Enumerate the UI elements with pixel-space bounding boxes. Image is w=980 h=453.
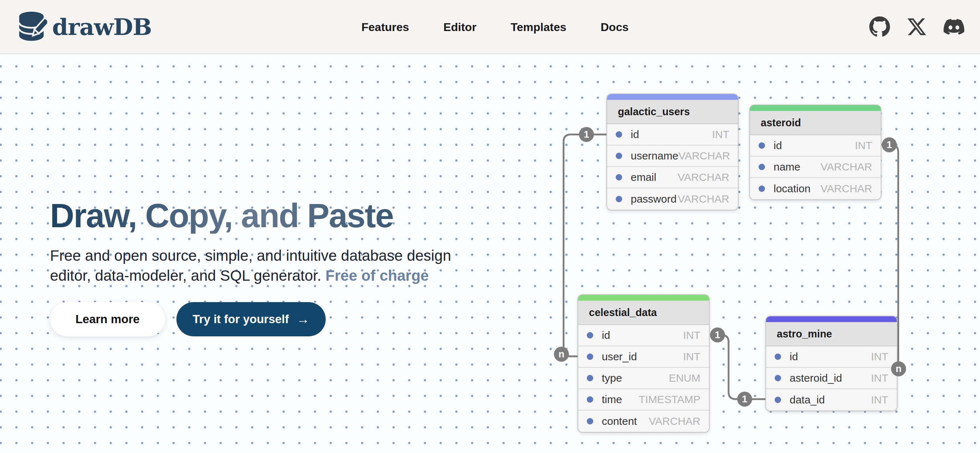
nav-link-templates[interactable]: Templates [511,21,566,34]
free-of-charge-text: Free of charge [325,267,429,284]
table-field-row: idINT [607,124,738,146]
db-table-asteroid[interactable]: asteroididINTnameVARCHARlocationVARCHAR [749,105,881,200]
field-dot-icon [775,353,781,360]
drawdb-database-pencil-icon [16,10,47,43]
table-name: celestial_data [578,301,709,325]
table-field-row: idINT [750,135,881,157]
field-dot-icon [616,131,622,138]
field-name: username [631,150,678,162]
field-name: id [790,351,798,363]
field-dot-icon [616,153,622,159]
table-accent-bar [750,105,881,111]
field-name: asteroid_id [790,372,842,384]
brand-logo[interactable]: drawDB [16,10,152,43]
table-field-row: typeENUM [578,368,709,389]
try-it-button[interactable]: Try it for yourself → [177,302,326,336]
hero-buttons: Learn more Try it for yourself → [50,302,493,336]
field-dot-icon [759,142,765,149]
social-links [869,16,964,37]
nav-links: FeaturesEditorTemplatesDocs [361,0,628,54]
table-accent-bar [607,94,738,100]
table-name: astro_mine [766,322,897,346]
field-dot-icon [775,375,781,381]
db-table-astro_mine[interactable]: astro_mineidINTasteroid_idINTdata_idINT [765,316,897,411]
table-field-row: asteroid_idINT [766,368,897,389]
field-type: VARCHAR [649,415,700,427]
table-field-row: contentVARCHAR [578,410,709,432]
field-type: VARCHAR [821,183,872,195]
field-type: VARCHAR [678,171,729,183]
field-dot-icon [587,418,593,424]
nav-link-features[interactable]: Features [361,21,409,34]
field-name: location [773,183,810,195]
field-name: data_id [790,394,825,406]
table-field-row: emailVARCHAR [607,167,738,188]
field-name: content [602,415,637,427]
field-type: INT [871,372,888,384]
table-field-row: nameVARCHAR [750,157,881,178]
field-dot-icon [775,397,781,403]
field-dot-icon [587,332,593,339]
field-type: INT [871,351,888,363]
field-dot-icon [759,164,765,170]
field-dot-icon [587,396,593,403]
nav-link-editor[interactable]: Editor [443,21,476,34]
field-type: ENUM [669,372,700,384]
table-accent-bar [578,295,709,301]
brand-name: drawDB [52,14,152,40]
table-field-row: idINT [766,346,897,368]
field-name: id [631,128,639,141]
field-type: INT [871,394,888,406]
field-dot-icon [616,174,622,181]
field-name: time [602,393,622,405]
relationship-line-celestial_data_id-astro_mine_data_id [710,335,765,399]
field-name: password [631,193,676,205]
hero-subtitle: Free and open source, simple, and intuit… [50,246,493,286]
discord-icon[interactable] [943,16,964,37]
field-name: name [773,161,800,173]
github-icon[interactable] [869,16,890,37]
table-field-row: data_idINT [766,389,897,410]
db-table-celestial_data[interactable]: celestial_dataidINTuser_idINTtypeENUMtim… [578,294,710,433]
table-field-row: user_idINT [578,346,709,368]
field-name: id [773,139,782,152]
table-field-row: passwordVARCHAR [607,188,738,210]
field-type: VARCHAR [821,161,872,173]
hero-section: Draw, Copy, and Paste Free and open sour… [50,198,493,336]
db-table-galactic_users[interactable]: galactic_usersidINTusernameVARCHARemailV… [606,93,738,211]
x-icon[interactable] [907,16,927,37]
table-field-row: timeTIMESTAMP [578,389,709,410]
arrow-right-icon: → [297,312,310,327]
field-name: type [602,372,622,384]
field-name: id [602,329,610,341]
learn-more-button[interactable]: Learn more [50,302,165,336]
page-title: Draw, Copy, and Paste [50,198,493,234]
table-field-row: idINT [578,325,709,346]
field-dot-icon [616,196,622,202]
field-dot-icon [587,375,593,381]
navbar: drawDB FeaturesEditorTemplatesDocs [0,0,980,54]
table-field-row: locationVARCHAR [750,178,881,200]
field-dot-icon [587,353,593,360]
hero-subtitle-line1: Free and open source, simple, and intuit… [50,247,451,264]
field-type: INT [683,351,700,363]
table-accent-bar [766,317,897,322]
field-name: email [631,171,656,183]
field-name: user_id [602,351,637,363]
field-type: VARCHAR [678,193,729,205]
try-it-label: Try it for yourself [192,312,289,326]
hero-subtitle-line2: editor, data-modeler, and SQL generator. [50,267,321,284]
table-field-row: usernameVARCHAR [607,146,738,167]
table-name: galactic_users [607,100,738,124]
field-type: INT [683,329,700,341]
field-type: VARCHAR [678,150,730,162]
field-type: TIMESTAMP [639,393,700,405]
field-dot-icon [759,185,765,192]
field-type: INT [712,128,729,141]
table-name: asteroid [750,111,881,135]
nav-link-docs[interactable]: Docs [601,21,628,34]
field-type: INT [855,139,872,152]
